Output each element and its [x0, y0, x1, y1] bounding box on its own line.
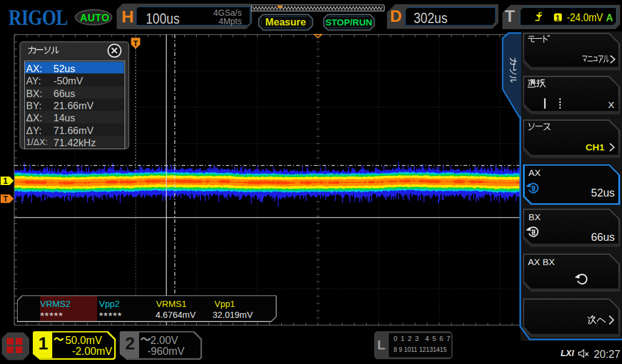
svg-text:1: 1 — [3, 176, 8, 186]
svg-text:T: T — [133, 39, 138, 48]
svg-text:T: T — [3, 195, 8, 203]
